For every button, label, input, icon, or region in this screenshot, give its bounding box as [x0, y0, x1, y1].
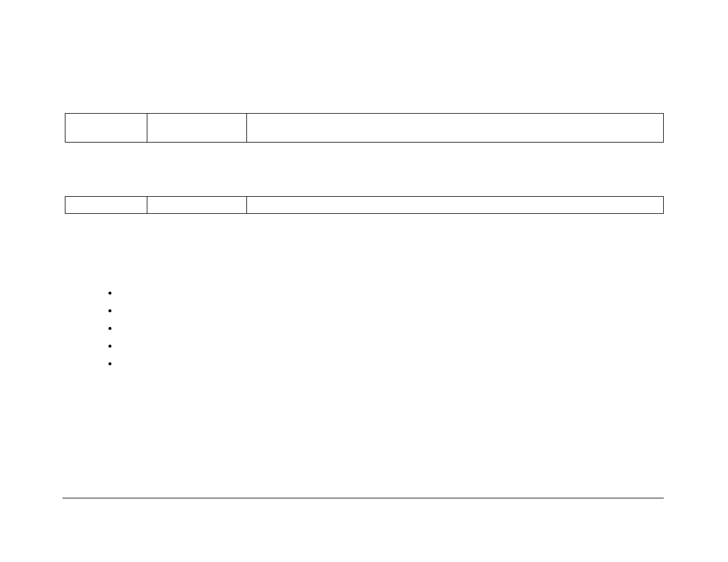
- table-row: [65, 114, 664, 143]
- table-cell: [65, 197, 147, 214]
- table-cell: [247, 197, 664, 214]
- table-cell: [65, 114, 147, 143]
- table-cell: [247, 114, 664, 143]
- table-cell: [147, 197, 247, 214]
- table-1: [65, 113, 664, 143]
- table-cell: [147, 114, 247, 143]
- divider: [62, 498, 664, 498]
- table-2: [65, 196, 664, 214]
- table-row: [65, 197, 664, 214]
